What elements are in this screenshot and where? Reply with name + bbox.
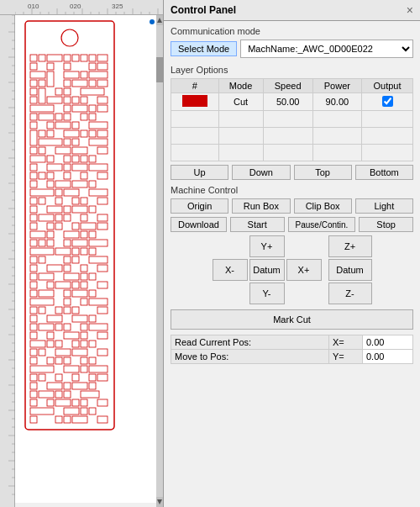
x-plus-button[interactable]: X+ <box>286 259 322 281</box>
svg-rect-149 <box>47 156 54 162</box>
svg-rect-175 <box>39 198 45 204</box>
svg-rect-155 <box>47 164 62 171</box>
svg-rect-126 <box>89 114 96 120</box>
svg-rect-263 <box>97 332 108 339</box>
z-datum-button[interactable]: Datum <box>328 259 372 281</box>
svg-rect-280 <box>89 357 96 364</box>
close-button[interactable]: × <box>407 3 413 17</box>
svg-rect-109 <box>81 88 104 95</box>
svg-rect-204 <box>47 240 54 246</box>
scrollbar-right[interactable] <box>156 15 163 507</box>
col-speed: Speed <box>263 79 312 93</box>
jog-empty-br <box>286 283 322 304</box>
svg-rect-129 <box>55 122 71 129</box>
svg-rect-170 <box>30 189 54 196</box>
svg-rect-275 <box>30 357 37 364</box>
svg-rect-162 <box>64 172 71 179</box>
svg-rect-255 <box>55 324 62 330</box>
layer-section-label: Layer Options <box>171 65 413 75</box>
svg-rect-157 <box>72 164 87 171</box>
svg-rect-309 <box>81 408 87 415</box>
layer-table: # Mode Speed Power Output Cut 50.00 90.0… <box>171 78 413 161</box>
svg-rect-223 <box>30 273 37 280</box>
y-plus-button[interactable]: Y+ <box>249 235 285 257</box>
select-mode-button[interactable]: Select Mode <box>171 41 237 56</box>
z-minus-button[interactable]: Z- <box>328 283 372 304</box>
origin-button[interactable]: Origin <box>171 198 228 214</box>
svg-rect-231 <box>72 282 79 288</box>
scrollbar-thumb[interactable] <box>156 57 163 82</box>
panel-title: Control Panel <box>171 4 236 16</box>
scroll-down-arrow[interactable] <box>156 497 163 507</box>
svg-rect-140 <box>64 139 71 145</box>
svg-rect-206 <box>72 240 87 246</box>
datum-center-button[interactable]: Datum <box>249 259 285 281</box>
svg-rect-168 <box>72 181 87 187</box>
svg-rect-103 <box>89 80 96 87</box>
svg-rect-313 <box>64 416 71 423</box>
svg-rect-272 <box>55 349 71 356</box>
scroll-up-arrow[interactable] <box>156 15 163 25</box>
light-button[interactable]: Light <box>355 198 413 214</box>
layer-output-checkbox[interactable] <box>382 96 393 107</box>
svg-rect-84 <box>64 55 71 61</box>
svg-rect-113 <box>72 97 79 103</box>
x-minus-button[interactable]: X- <box>213 259 248 281</box>
svg-rect-145 <box>55 147 71 154</box>
svg-rect-208 <box>30 248 54 255</box>
svg-rect-195 <box>81 223 96 230</box>
svg-rect-163 <box>81 172 87 179</box>
svg-rect-176 <box>55 198 62 204</box>
svg-rect-107 <box>55 88 62 95</box>
svg-rect-104 <box>97 80 108 87</box>
svg-rect-120 <box>97 105 108 112</box>
svg-rect-292 <box>47 383 62 389</box>
download-button[interactable]: Download <box>171 217 227 232</box>
svg-rect-86 <box>81 55 87 61</box>
comm-section-label: Communication mode <box>171 26 413 36</box>
svg-rect-299 <box>64 391 71 398</box>
y-minus-button[interactable]: Y- <box>249 283 285 304</box>
svg-rect-147 <box>97 147 108 154</box>
svg-rect-301 <box>30 399 37 406</box>
svg-rect-297 <box>39 391 54 398</box>
top-button[interactable]: Top <box>294 165 352 180</box>
svg-rect-246 <box>64 307 71 314</box>
run-box-button[interactable]: Run Box <box>232 198 290 214</box>
mach-name-select[interactable]: MachName:_AWC_0D00E022 <box>240 40 413 58</box>
svg-rect-158 <box>89 164 108 171</box>
x-coord-label: X= <box>329 335 363 350</box>
svg-rect-127 <box>30 122 37 129</box>
svg-rect-211 <box>81 248 87 255</box>
up-button[interactable]: Up <box>171 165 228 180</box>
svg-rect-265 <box>47 341 54 347</box>
svg-rect-160 <box>39 172 45 179</box>
start-button[interactable]: Start <box>230 217 285 232</box>
mark-cut-button[interactable]: Mark Cut <box>171 309 413 330</box>
svg-rect-110 <box>30 97 37 103</box>
down-button[interactable]: Down <box>232 165 290 180</box>
svg-rect-259 <box>30 332 37 339</box>
svg-rect-222 <box>97 265 108 272</box>
bottom-button[interactable]: Bottom <box>355 165 413 180</box>
clip-box-button[interactable]: Clip Box <box>294 198 352 214</box>
svg-rect-256 <box>64 324 71 330</box>
svg-rect-266 <box>55 341 62 347</box>
svg-rect-260 <box>47 332 54 339</box>
svg-rect-144 <box>39 147 45 154</box>
svg-rect-258 <box>89 324 108 330</box>
z-plus-button[interactable]: Z+ <box>328 235 372 257</box>
svg-rect-217 <box>89 256 108 263</box>
svg-rect-150 <box>64 156 71 162</box>
svg-rect-192 <box>47 223 54 230</box>
svg-text:020: 020 <box>70 3 81 10</box>
stop-button[interactable]: Stop <box>359 217 413 232</box>
pause-continue-button[interactable]: Pause/Contin. <box>288 217 356 232</box>
svg-rect-100 <box>39 80 45 87</box>
svg-rect-142 <box>89 139 108 145</box>
svg-rect-232 <box>81 282 87 288</box>
svg-rect-236 <box>64 290 71 297</box>
svg-rect-154 <box>30 164 37 171</box>
svg-rect-248 <box>97 307 108 314</box>
svg-rect-164 <box>97 172 108 179</box>
